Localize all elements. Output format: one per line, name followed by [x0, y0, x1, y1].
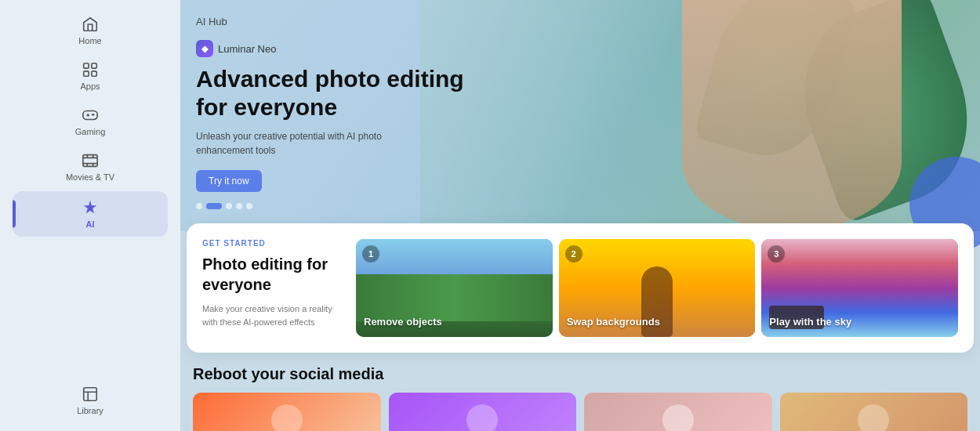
- card-num-2: 2: [565, 245, 583, 263]
- reboot-title: Reboot your social media: [193, 365, 967, 383]
- sidebar-item-gaming-label: Gaming: [75, 127, 106, 136]
- hero-person: [682, 0, 902, 231]
- feature-cards: 1 Remove objects 2 Swap backgrounds 3 Pl…: [356, 239, 958, 337]
- reboot-section: Reboot your social media: [180, 353, 980, 431]
- get-started-description: Make your creative vision a reality with…: [202, 302, 343, 328]
- feature-card-swap-backgrounds[interactable]: 2 Swap backgrounds: [559, 239, 756, 337]
- svg-rect-6: [84, 388, 97, 401]
- reboot-card-4[interactable]: [780, 393, 968, 431]
- reboot-card-2[interactable]: [389, 393, 577, 431]
- hero-title: Advanced photo editing for everyone: [196, 65, 470, 121]
- sidebar: Home Apps Gaming Movies & TV AI: [0, 0, 180, 431]
- dot-2[interactable]: [206, 203, 222, 209]
- sidebar-item-apps-label: Apps: [80, 81, 100, 91]
- sidebar-item-library-label: Library: [77, 406, 103, 415]
- hero-content: AI Hub ◆ Luminar Neo Advanced photo edit…: [196, 16, 470, 209]
- dot-3[interactable]: [226, 203, 232, 209]
- reboot-cards: [193, 393, 967, 431]
- get-started-text-block: GET STARTED Photo editing for everyone M…: [202, 239, 343, 328]
- hero-section: AI Hub ◆ Luminar Neo Advanced photo edit…: [180, 0, 980, 231]
- luminar-brand-name: Luminar Neo: [218, 43, 276, 55]
- svg-rect-1: [92, 63, 96, 68]
- ai-hub-label: AI Hub: [196, 16, 470, 27]
- card-label-3: Play with the sky: [769, 316, 851, 329]
- sidebar-item-movies[interactable]: Movies & TV: [0, 144, 180, 190]
- sidebar-item-ai[interactable]: AI: [13, 191, 168, 237]
- svg-rect-4: [83, 111, 97, 120]
- sidebar-item-ai-label: AI: [86, 219, 95, 229]
- card-label-1: Remove objects: [364, 316, 442, 329]
- luminar-icon: ◆: [196, 40, 213, 57]
- luminar-badge: ◆ Luminar Neo: [196, 40, 470, 57]
- sidebar-item-gaming[interactable]: Gaming: [0, 99, 180, 144]
- feature-card-play-sky[interactable]: 3 Play with the sky: [761, 239, 958, 337]
- get-started-title: Photo editing for everyone: [202, 254, 343, 295]
- sidebar-item-apps[interactable]: Apps: [0, 53, 180, 99]
- svg-rect-2: [84, 71, 89, 76]
- try-now-button[interactable]: Try it now: [196, 170, 262, 192]
- sidebar-item-movies-label: Movies & TV: [66, 172, 114, 182]
- get-started-label: GET STARTED: [202, 239, 343, 248]
- dot-1[interactable]: [196, 203, 202, 209]
- dot-4[interactable]: [236, 203, 242, 209]
- sidebar-item-home[interactable]: Home: [0, 8, 180, 53]
- reboot-card-1[interactable]: [193, 393, 381, 431]
- get-started-section: GET STARTED Photo editing for everyone M…: [187, 223, 974, 353]
- home-icon: [82, 16, 99, 33]
- main-content: AI Hub ◆ Luminar Neo Advanced photo edit…: [180, 0, 980, 431]
- gamepad-icon: [82, 107, 99, 124]
- card-label-2: Swap backgrounds: [567, 316, 660, 329]
- film-icon: [82, 152, 99, 169]
- svg-rect-0: [84, 63, 89, 68]
- dot-5[interactable]: [246, 203, 252, 209]
- hero-dots: [196, 203, 470, 209]
- apps-icon: [82, 61, 99, 78]
- sparkle-icon: [82, 199, 99, 216]
- sidebar-item-home-label: Home: [78, 36, 101, 45]
- sidebar-item-library[interactable]: Library: [0, 378, 180, 423]
- sidebar-bottom: Library: [0, 378, 180, 423]
- library-icon: [82, 386, 99, 403]
- svg-rect-5: [83, 155, 97, 167]
- reboot-card-3[interactable]: [584, 393, 772, 431]
- feature-card-remove-objects[interactable]: 1 Remove objects: [356, 239, 553, 337]
- hero-subtitle: Unleash your creative potential with AI …: [196, 129, 400, 158]
- svg-rect-3: [92, 71, 96, 76]
- card-num-1: 1: [362, 245, 379, 263]
